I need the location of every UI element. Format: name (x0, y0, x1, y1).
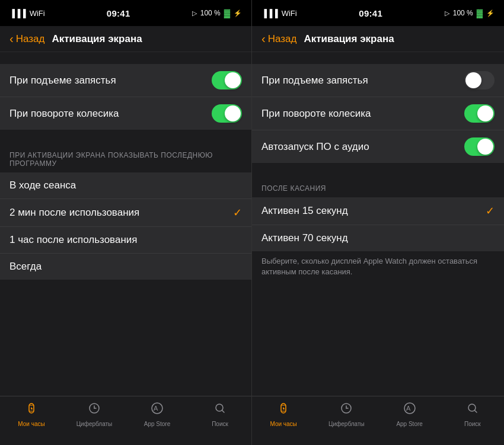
menu-item-2min-label: 2 мин после использования (9, 207, 139, 219)
content-1: При подъеме запястья При повороте колеси… (0, 52, 251, 396)
phone-1: ▐▐▐ WiFi 09:41 ▷ 100 % ▓ ⚡ ‹ Назад Актив… (0, 0, 252, 445)
charging-icon-2: ⚡ (486, 9, 495, 17)
back-chevron-1: ‹ (9, 32, 14, 46)
tab-faces-2[interactable]: Циферблаты (315, 401, 378, 427)
svg-text:A: A (154, 405, 158, 412)
description-text-2: Выберите, сколько дисплей Apple Watch до… (252, 251, 504, 287)
toggle-crown-switch-2[interactable] (464, 104, 495, 123)
content-2: При подъеме запястья При повороте колеси… (252, 52, 504, 396)
status-bar-1: ▐▐▐ WiFi 09:41 ▷ 100 % ▓ ⚡ (0, 0, 251, 26)
menu-item-always[interactable]: Всегда (0, 254, 251, 280)
tab-faces-label-2: Циферблаты (328, 421, 365, 427)
menu-item-always-label: Всегда (9, 261, 42, 273)
toggles-section-2: При подъеме запястья При повороте колеси… (252, 64, 504, 163)
location-icon-1: ▷ (192, 9, 197, 17)
search-icon-1 (213, 401, 227, 419)
status-left-1: ▐▐▐ WiFi (9, 9, 45, 18)
signal-icon: ▐▐▐ (9, 9, 26, 18)
tab-my-watch-2[interactable]: Мои часы (252, 401, 315, 427)
section-header-1: ПРИ АКТИВАЦИИ ЭКРАНА ПОКАЗЫВАТЬ ПОСЛЕДНЮ… (0, 142, 251, 172)
tab-appstore-label-1: App Store (144, 421, 170, 427)
tab-faces-label-1: Циферблаты (76, 421, 113, 427)
toggle-crown-switch[interactable] (212, 104, 242, 123)
status-right-1: ▷ 100 % ▓ ⚡ (192, 8, 242, 18)
toggle-wrist-switch-2[interactable] (464, 71, 495, 89)
toggle-crown-label: При повороте колесика (9, 108, 119, 120)
menu-item-2min-check: ✓ (233, 206, 242, 219)
faces-icon-2 (339, 401, 353, 419)
after-touch-items: Активен 15 секунд ✓ Активен 70 секунд (252, 197, 504, 251)
menu-item-1hr-label: 1 час после использования (9, 234, 137, 246)
tab-search-2[interactable]: Поиск (441, 401, 504, 427)
toggle-row-wrist-2[interactable]: При подъеме запястья (252, 64, 504, 97)
wifi-icon: WiFi (30, 9, 45, 18)
menu-item-15sec[interactable]: Активен 15 секунд ✓ (252, 197, 504, 225)
nav-title-1: Активация экрана (52, 33, 142, 45)
toggle-row-crown-2[interactable]: При повороте колесика (252, 97, 504, 130)
status-time-2: 09:41 (359, 8, 382, 18)
toggle-wrist-switch[interactable] (212, 71, 242, 89)
watch-icon-1 (24, 401, 39, 419)
tab-bar-2: Мои часы Циферблаты A App Store (252, 396, 504, 445)
menu-item-session-label: В ходе сеанса (9, 180, 76, 191)
back-button-1[interactable]: ‹ Назад (9, 32, 44, 46)
menu-item-15sec-check: ✓ (486, 204, 495, 217)
battery-icon-1: ▓ (224, 8, 230, 18)
battery-label-1: 100 % (200, 9, 221, 17)
menu-item-1hr[interactable]: 1 час после использования (0, 227, 251, 254)
svg-text:A: A (406, 405, 411, 412)
tab-faces-1[interactable]: Циферблаты (63, 401, 126, 427)
menu-item-session[interactable]: В ходе сеанса (0, 172, 251, 199)
toggle-audio-label-2: Автозапуск ПО с аудио (261, 141, 369, 153)
toggle-crown-label-2: При повороте колесика (261, 108, 371, 120)
nav-bar-1: ‹ Назад Активация экрана (0, 26, 251, 52)
svg-line-23 (474, 411, 477, 413)
charging-icon-1: ⚡ (234, 9, 242, 17)
tab-my-watch-label-1: Мои часы (18, 421, 44, 427)
toggle-row-wrist[interactable]: При подъеме запястья (0, 64, 251, 97)
back-label-1: Назад (16, 33, 45, 45)
tab-search-1[interactable]: Поиск (189, 401, 251, 427)
tab-my-watch-label-2: Мои часы (270, 421, 296, 427)
menu-item-70sec[interactable]: Активен 70 секунд (252, 225, 504, 251)
toggle-wrist-label: При подъеме запястья (9, 75, 116, 87)
phone-2: ▐▐▐ WiFi 09:41 ▷ 100 % ▓ ⚡ ‹ Назад Актив… (252, 0, 504, 445)
status-time-1: 09:41 (107, 8, 130, 18)
toggle-row-crown[interactable]: При повороте колесика (0, 97, 251, 130)
menu-item-70sec-label: Активен 70 секунд (261, 232, 348, 244)
section-header-after-touch: ПОСЛЕ КАСАНИЯ (252, 175, 504, 197)
search-icon-2 (465, 401, 480, 419)
tab-appstore-label-2: App Store (396, 421, 422, 427)
wifi-icon-2: WiFi (282, 9, 297, 18)
back-chevron-2: ‹ (261, 32, 266, 46)
menu-item-2min[interactable]: 2 мин после использования ✓ (0, 199, 251, 227)
back-label-2: Назад (268, 33, 297, 45)
toggle-wrist-label-2: При подъеме запястья (261, 75, 368, 87)
status-right-2: ▷ 100 % ▓ ⚡ (445, 8, 495, 18)
battery-label-2: 100 % (453, 9, 473, 17)
toggles-section-1: При подъеме запястья При повороте колеси… (0, 64, 251, 130)
svg-line-11 (222, 411, 225, 413)
location-icon-2: ▷ (445, 9, 449, 17)
nav-title-2: Активация экрана (304, 33, 394, 45)
tab-bar-1: Мои часы Циферблаты A App Store (0, 396, 251, 445)
tab-search-label-2: Поиск (464, 421, 481, 427)
nav-bar-2: ‹ Назад Активация экрана (252, 26, 504, 52)
watch-icon-2 (276, 401, 291, 419)
appstore-icon-1: A (150, 401, 164, 419)
tab-search-label-1: Поиск (212, 421, 228, 427)
toggle-row-audio-2[interactable]: Автозапуск ПО с аудио (252, 130, 504, 163)
back-button-2[interactable]: ‹ Назад (261, 32, 296, 46)
faces-icon-1 (87, 401, 101, 419)
menu-items-1: В ходе сеанса 2 мин после использования … (0, 172, 251, 280)
toggle-audio-switch-2[interactable] (464, 137, 495, 156)
battery-icon-2: ▓ (477, 8, 483, 18)
menu-item-15sec-label: Активен 15 секунд (261, 205, 348, 217)
status-left-2: ▐▐▐ WiFi (261, 9, 297, 18)
appstore-icon-2: A (403, 401, 417, 419)
signal-icon-2: ▐▐▐ (261, 9, 278, 18)
tab-appstore-1[interactable]: A App Store (126, 401, 189, 427)
tab-my-watch-1[interactable]: Мои часы (0, 401, 63, 427)
tab-appstore-2[interactable]: A App Store (378, 401, 441, 427)
status-bar-2: ▐▐▐ WiFi 09:41 ▷ 100 % ▓ ⚡ (252, 0, 504, 26)
